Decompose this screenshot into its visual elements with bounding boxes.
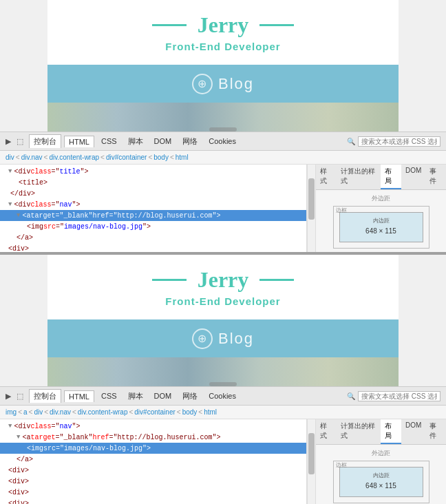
bc-div-bottom[interactable]: div bbox=[34, 408, 43, 416]
scrollbar-thumb-bottom bbox=[308, 433, 315, 474]
rpt-style-top[interactable]: 样式 bbox=[316, 165, 337, 189]
scrollbar-thumb-top bbox=[308, 178, 315, 220]
tab-network-bottom[interactable]: 网络 bbox=[178, 390, 202, 403]
code-scrollbar-bottom[interactable] bbox=[307, 419, 315, 504]
tab-html-top[interactable]: HTML bbox=[64, 136, 94, 147]
search-input-bottom[interactable] bbox=[358, 391, 440, 401]
bc-divcontainer-bottom[interactable]: div#container bbox=[134, 408, 175, 416]
tab-network-top[interactable]: 网络 bbox=[178, 135, 202, 148]
toggle-1[interactable]: ▼ bbox=[8, 168, 12, 175]
box-outer-top: 边框 内边距 648 × 115 bbox=[333, 206, 429, 249]
bc-html-top[interactable]: html bbox=[176, 154, 189, 161]
bc-sep3: < bbox=[100, 154, 105, 161]
breadcrumb-top: div < div.nav < div.content-wrap < div#c… bbox=[0, 151, 446, 165]
code-line-b2: ▼ <a target="_blank" href="http://blog.h… bbox=[0, 432, 306, 443]
toggle-b1[interactable]: ▼ bbox=[8, 423, 12, 430]
box-border-label-bottom: 边框 bbox=[336, 461, 347, 469]
rpt-events-bottom[interactable]: 事件 bbox=[425, 419, 446, 444]
bc-div1-top[interactable]: div bbox=[6, 154, 14, 161]
nav-blog-top: ⊕ Blog bbox=[192, 74, 254, 94]
box-dimensions-top: 648 × 115 bbox=[340, 224, 423, 238]
tab-script-bottom[interactable]: 脚本 bbox=[124, 390, 147, 403]
right-panel-tabs-bottom: 样式 计算出的样式 布局 DOM 事件 bbox=[316, 419, 446, 445]
rpt-dom-top[interactable]: DOM bbox=[401, 165, 425, 189]
box-dimensions-bottom: 648 × 115 bbox=[340, 479, 423, 492]
site-nav-bar-top[interactable]: ⊕ Blog bbox=[47, 65, 399, 103]
tab-script-top[interactable]: 脚本 bbox=[124, 135, 147, 148]
rpt-style-bottom[interactable]: 样式 bbox=[316, 419, 337, 444]
site-title-bottom: Jerry bbox=[198, 267, 249, 293]
devtools-inspect-icon-top[interactable]: ⬚ bbox=[17, 137, 23, 146]
bc-divcontainer-top[interactable]: div#container bbox=[106, 154, 147, 161]
box-padding-label-top: 内边距 bbox=[340, 217, 423, 224]
code-line-b3[interactable]: <img src="images/nav-blog.jpg"> bbox=[0, 443, 306, 454]
code-panel-top: ▼ <div class="title"> <title> </div> ▼ <… bbox=[0, 165, 307, 252]
tab-console-bottom[interactable]: 控制台 bbox=[29, 389, 61, 403]
bc-divnav-top[interactable]: div.nav bbox=[21, 154, 43, 161]
rpt-layout-bottom[interactable]: 布局 bbox=[381, 419, 401, 444]
code-line-2: <title> bbox=[0, 177, 306, 188]
bc-sep-b3: < bbox=[44, 408, 48, 416]
bc-divcontent-bottom[interactable]: div.content-wrap bbox=[78, 408, 128, 416]
devtools-arrow-icon-top[interactable]: ▶ bbox=[6, 137, 11, 146]
box-model-bottom: 外边距 边框 内边距 648 × 115 bbox=[316, 445, 446, 504]
rpt-computed-bottom[interactable]: 计算出的样式 bbox=[337, 419, 381, 444]
search-input-top[interactable] bbox=[358, 136, 440, 147]
bc-divcontent-top[interactable]: div.content-wrap bbox=[49, 154, 99, 161]
tab-css-bottom[interactable]: CSS bbox=[97, 390, 121, 401]
devtools-bar-top: ▶ ⬚ 控制台 HTML CSS 脚本 DOM 网络 Cookies 🔍 bbox=[0, 132, 446, 151]
breadcrumb-bottom: img < a < div < div.nav < div.content-wr… bbox=[0, 406, 446, 419]
rpt-dom-bottom[interactable]: DOM bbox=[401, 419, 425, 444]
site-preview-top: Jerry Front-End Developer ⊕ Blog bbox=[47, 0, 399, 132]
bc-html-bottom[interactable]: html bbox=[204, 408, 217, 416]
tab-cookies-bottom[interactable]: Cookies bbox=[204, 390, 240, 401]
code-line-b8: <div> bbox=[0, 498, 306, 504]
title-line-left-bottom bbox=[152, 279, 187, 281]
bc-sep2: < bbox=[44, 154, 48, 161]
toggle-5[interactable]: ▼ bbox=[17, 212, 20, 219]
tab-cookies-top[interactable]: Cookies bbox=[204, 136, 240, 147]
box-border-label-top: 边框 bbox=[336, 207, 347, 214]
rpt-events-top[interactable]: 事件 bbox=[425, 165, 446, 189]
code-scrollbar-top[interactable] bbox=[307, 165, 315, 252]
box-padding-label-bottom: 内边距 bbox=[340, 472, 423, 479]
box-inner-top: 内边距 648 × 115 bbox=[339, 212, 423, 242]
devtools-arrow-icon-bottom[interactable]: ▶ bbox=[6, 392, 11, 401]
tab-dom-top[interactable]: DOM bbox=[150, 136, 176, 147]
title-row-bottom: Jerry bbox=[47, 267, 399, 293]
devtools-content-top: ▼ <div class="title"> <title> </div> ▼ <… bbox=[0, 165, 446, 252]
rpt-computed-top[interactable]: 计算出的样式 bbox=[337, 165, 381, 189]
right-panel-bottom: 样式 计算出的样式 布局 DOM 事件 外边距 边框 内边距 648 × 115 bbox=[315, 419, 446, 504]
devtools-inspect-icon-bottom[interactable]: ⬚ bbox=[17, 392, 23, 401]
tab-css-top[interactable]: CSS bbox=[97, 136, 121, 147]
box-model-top: 外边距 边框 内边距 648 × 115 bbox=[316, 190, 446, 252]
bc-img-bottom[interactable]: img bbox=[6, 408, 17, 416]
title-row-top: Jerry bbox=[47, 12, 399, 38]
bc-sep-b2: < bbox=[29, 408, 33, 416]
toggle-4[interactable]: ▼ bbox=[8, 201, 12, 208]
rpt-layout-top[interactable]: 布局 bbox=[381, 165, 401, 189]
tab-console-top[interactable]: 控制台 bbox=[29, 134, 61, 148]
tab-html-bottom[interactable]: HTML bbox=[64, 390, 94, 402]
bc-sep-b6: < bbox=[177, 408, 181, 416]
code-line-6: <img src="images/nav-blog.jpg"> bbox=[0, 221, 306, 232]
tab-dom-bottom[interactable]: DOM bbox=[150, 390, 176, 401]
site-title-top: Jerry bbox=[198, 12, 249, 38]
code-line-5[interactable]: ▼ <a target="_blank" href="http://blog.h… bbox=[0, 210, 306, 221]
site-header-bottom: Jerry Front-End Developer bbox=[47, 255, 399, 314]
toggle-b2[interactable]: ▼ bbox=[17, 434, 20, 441]
site-subtitle-bottom: Front-End Developer bbox=[47, 295, 399, 307]
site-nav-bar-bottom[interactable]: ⊕ Blog bbox=[47, 319, 399, 357]
bc-body-top[interactable]: body bbox=[153, 154, 169, 161]
site-preview-bottom: Jerry Front-End Developer ⊕ Blog bbox=[47, 255, 399, 386]
code-line-7: </a> bbox=[0, 232, 306, 243]
code-line-4: ▼ <div class="nav"> bbox=[0, 199, 306, 210]
nav-blog-bottom: ⊕ Blog bbox=[192, 328, 254, 349]
blog-icon-top: ⊕ bbox=[192, 74, 213, 94]
bc-sep-b7: < bbox=[198, 408, 202, 416]
bc-divnav-bottom[interactable]: div.nav bbox=[50, 408, 71, 416]
bc-a-bottom[interactable]: a bbox=[23, 408, 28, 416]
title-line-right-bottom bbox=[259, 279, 294, 281]
bc-body-bottom[interactable]: body bbox=[182, 408, 198, 416]
bc-sep-b1: < bbox=[18, 408, 22, 416]
